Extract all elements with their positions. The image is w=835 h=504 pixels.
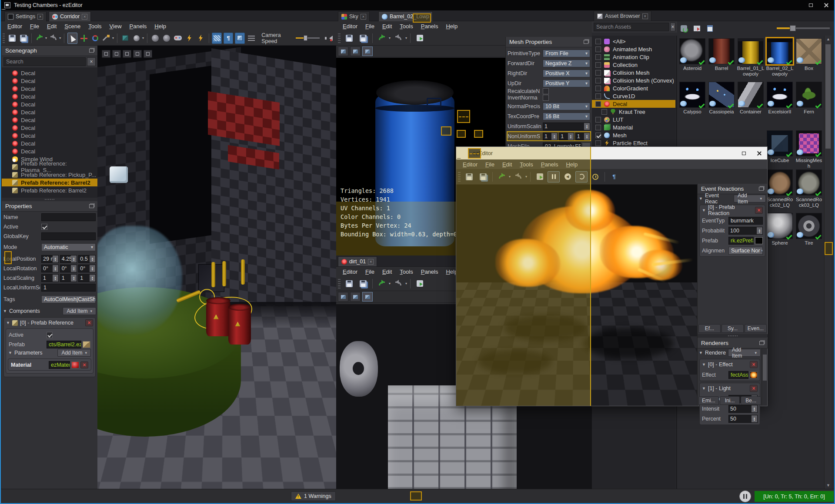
add-renderer-button[interactable]: Add Item (728, 349, 761, 357)
event-type-field[interactable]: burnmark (728, 217, 763, 225)
scenegraph-item[interactable]: Decal (2, 100, 97, 108)
asset-thumbnail[interactable] (796, 82, 822, 108)
panel-tab[interactable]: Emi... (698, 396, 719, 405)
menu-item-edit[interactable]: Edit (498, 160, 516, 169)
scenegraph-item[interactable]: Prefab Reference: Plasma_S... (2, 163, 97, 171)
asset-thumbnail[interactable] (796, 169, 822, 196)
add-event-reaction-button[interactable]: Add Item (734, 195, 766, 202)
menu-item-edit[interactable]: Edit (378, 22, 396, 30)
local-position-y[interactable]: 4.25 (60, 255, 77, 263)
float-panel-icon[interactable] (759, 341, 764, 345)
scenegraph-item[interactable]: Prefab Reference: Pickup_P... (2, 171, 97, 179)
invertnorma-checkbox[interactable] (543, 95, 549, 101)
filter-checkbox[interactable] (595, 78, 601, 83)
asset-scannedrock02_lq[interactable]: ScannedRock02_LQ (766, 169, 794, 208)
play-button[interactable] (150, 33, 160, 44)
view-camera-icon[interactable] (362, 292, 373, 302)
grid-icon[interactable] (144, 50, 152, 58)
scenegraph-item[interactable]: Decal (2, 124, 97, 132)
asset-fern[interactable]: Fern (795, 82, 823, 115)
scene-red-barrel[interactable] (228, 306, 251, 345)
camera-icon[interactable] (102, 50, 110, 58)
asset-type-animation-clip[interactable]: Animation Clip (592, 53, 675, 61)
asset-asteroid[interactable]: Asteroid (678, 38, 706, 71)
scenegraph-item[interactable]: Decal (2, 132, 97, 139)
asset-barrel[interactable]: Barrel (708, 38, 735, 71)
particle-preview-viewport[interactable] (456, 185, 697, 406)
asset-type-decal[interactable]: Decal (592, 100, 675, 108)
filter-checkbox[interactable] (601, 109, 607, 115)
asset-barrel_02_lowpoly[interactable]: Barrel_02_Lowpoly (766, 38, 794, 77)
menu-item-edit[interactable]: Edit (43, 22, 60, 30)
alignment-dropdown[interactable]: Surface Nor (728, 247, 763, 255)
menu-item-tools[interactable]: Tools (84, 22, 105, 30)
maximize-button[interactable] (736, 148, 752, 159)
tab-settings[interactable]: Settings (4, 11, 47, 21)
scenegraph-item[interactable]: Decal (2, 147, 97, 155)
tags-dropdown[interactable]: AutoColMesh|CastShadow (41, 295, 96, 303)
close-tab-icon[interactable] (642, 13, 648, 19)
layout-icon[interactable] (133, 50, 142, 58)
nonuniforms-spinner[interactable]: 1 (575, 133, 590, 140)
recalculaten-checkbox[interactable] (543, 88, 549, 94)
export-icon[interactable] (692, 23, 701, 33)
menu-item-file[interactable]: File (26, 22, 43, 30)
scene-red-barrel[interactable] (206, 300, 230, 336)
simulate-button[interactable] (184, 33, 194, 44)
asset-thumbnail[interactable] (679, 82, 705, 108)
visualizers-button[interactable]: ¶ (608, 171, 620, 182)
float-panel-icon[interactable] (584, 40, 588, 44)
panel-tab[interactable]: Even... (745, 324, 767, 333)
remove-reaction-button[interactable] (755, 207, 763, 214)
primitivetype-dropdown[interactable]: From File (543, 50, 590, 57)
render-mode-button[interactable] (235, 33, 245, 44)
tab-dirt-01[interactable]: dirt_01 (338, 256, 377, 266)
scenegraph-item[interactable]: Prefab Reference: Barrel2 (2, 186, 97, 194)
material-asset-field[interactable]: ezMaterialAsset (49, 361, 70, 369)
redo-button[interactable] (392, 33, 404, 44)
local-scaling-x[interactable]: 1 (41, 274, 59, 282)
name-field[interactable] (41, 213, 96, 221)
simulate-in-editor-button[interactable] (196, 33, 205, 44)
panel-splitter[interactable] (2, 198, 97, 201)
render-pipeline-button[interactable] (212, 33, 222, 44)
active-checkbox[interactable] (41, 224, 47, 230)
transform-all-icon[interactable] (679, 23, 688, 33)
asset-thumbnail[interactable] (738, 82, 764, 108)
local-rotation-x[interactable]: 0° (41, 265, 59, 272)
float-panel-icon[interactable] (89, 49, 94, 53)
menu-item-editor[interactable]: Editor (459, 160, 481, 169)
play-the-game-button[interactable] (173, 33, 183, 44)
close-tab-icon[interactable] (82, 14, 87, 20)
minimize-button[interactable] (720, 148, 736, 159)
globalkey-field[interactable] (41, 232, 96, 240)
asset-thumbnail[interactable] (767, 82, 793, 108)
remove-renderer-button[interactable] (750, 361, 758, 368)
export-asset-button[interactable] (414, 33, 426, 44)
save-all-button[interactable] (19, 33, 28, 44)
local-rotation-y[interactable]: 0° (60, 265, 77, 272)
scale-tool-button[interactable] (102, 33, 111, 44)
prefab-thumbnail[interactable] (755, 237, 763, 244)
asset-type-collision-mesh-convex-[interactable]: Collision Mesh (Convex) (592, 76, 675, 84)
asset-missingmesh[interactable]: MissingMesh (795, 130, 823, 169)
asset-thumbnail[interactable] (796, 130, 822, 156)
menu-item-editor[interactable]: Editor (339, 22, 361, 30)
asset-search-input[interactable] (594, 23, 669, 31)
minimize-button[interactable] (787, 0, 803, 10)
menu-item-help[interactable]: Help (442, 22, 461, 30)
clear-search-icon[interactable] (87, 57, 96, 66)
panel-splitter[interactable] (698, 334, 768, 338)
save-all-button[interactable] (477, 171, 489, 182)
add-parameter-button[interactable]: Add Item (57, 349, 91, 357)
render-mode-icon[interactable] (112, 50, 121, 58)
menu-item-file[interactable]: File (361, 268, 378, 276)
world-space-button[interactable] (132, 33, 141, 44)
clear-search-icon[interactable] (670, 23, 675, 31)
filter-checkbox[interactable] (595, 93, 601, 99)
close-button[interactable] (818, 0, 834, 10)
asset-type-mesh[interactable]: Mesh (592, 131, 675, 139)
menu-item-edit[interactable]: Edit (378, 268, 396, 276)
snap-box-button[interactable] (120, 33, 130, 44)
filter-checkbox[interactable] (595, 46, 601, 52)
